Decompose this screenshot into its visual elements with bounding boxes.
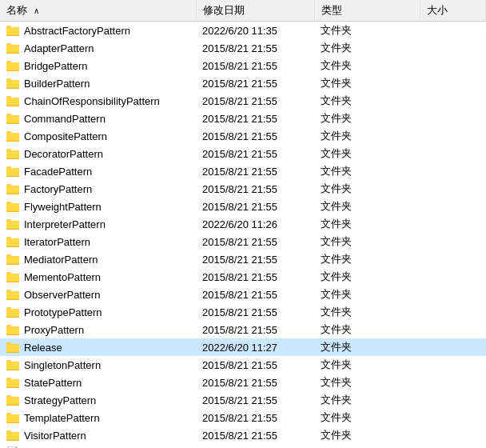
folder-icon: [6, 253, 19, 266]
item-name: ObserverPattern: [24, 289, 100, 301]
item-modified: 2022/6/20 11:26: [196, 215, 314, 233]
svg-rect-69: [6, 257, 19, 263]
item-size: [420, 391, 486, 409]
table-row[interactable]: StrategyPattern2015/8/21 21:55文件夹: [0, 391, 486, 409]
table-row[interactable]: FactoryPattern2015/8/21 21:55文件夹: [0, 180, 486, 198]
file-list: 名称 ∧ 修改日期 类型 大小 AbstractFactoryPattern20…: [0, 0, 486, 448]
col-name[interactable]: 名称 ∧: [0, 0, 196, 22]
folder-icon: [6, 394, 19, 406]
svg-rect-54: [6, 204, 19, 210]
item-type: 文件夹: [314, 92, 420, 110]
item-modified: 2015/8/21 21:55: [196, 57, 314, 74]
table-row[interactable]: VisitorPattern2015/8/21 21:55文件夹: [0, 426, 486, 444]
folder-icon: [6, 182, 19, 195]
item-name: ProxyPattern: [24, 324, 84, 336]
folder-icon: [6, 429, 19, 442]
item-size: [420, 180, 486, 198]
folder-icon: [6, 94, 19, 107]
svg-rect-79: [6, 292, 19, 298]
item-name: AdapterPattern: [24, 42, 94, 54]
table-row[interactable]: MementoPattern2015/8/21 21:55文件夹: [0, 268, 486, 286]
item-size: [420, 162, 486, 180]
item-size: [420, 409, 486, 426]
item-modified: 2015/8/21 21:55: [196, 426, 314, 444]
table-row[interactable]: AdapterPattern2015/8/21 21:55文件夹: [0, 39, 486, 57]
item-type: 文件夹: [314, 303, 420, 321]
folder-icon: [6, 147, 19, 160]
folder-icon: [6, 77, 19, 90]
folder-icon: [6, 42, 19, 54]
item-name: PrototypePattern: [24, 306, 102, 318]
item-modified: 2022/6/20 11:27: [196, 338, 314, 356]
folder-icon: [6, 341, 19, 354]
table-row[interactable]: FlyweightPattern2015/8/21 21:55文件夹: [0, 198, 486, 215]
table-row[interactable]: SLN DesignPattern.sln2015/8/21 21:55Micr…: [0, 444, 486, 448]
table-row[interactable]: TemplatePattern2015/8/21 21:55文件夹: [0, 409, 486, 426]
item-name: CommandPattern: [24, 113, 106, 125]
table-row[interactable]: BuilderPattern2015/8/21 21:55文件夹: [0, 74, 486, 92]
item-size: [420, 303, 486, 321]
table-row[interactable]: AbstractFactoryPattern2022/6/20 11:35文件夹: [0, 22, 486, 40]
svg-rect-94: [6, 345, 19, 351]
svg-rect-24: [6, 98, 19, 105]
item-size: [420, 250, 486, 268]
table-row[interactable]: InterpreterPattern2022/6/20 11:26文件夹: [0, 215, 486, 233]
item-modified: 2015/8/21 21:55: [196, 233, 314, 250]
table-row[interactable]: IteratorPattern2015/8/21 21:55文件夹: [0, 233, 486, 250]
item-size: [420, 57, 486, 74]
folder-icon: [6, 200, 19, 213]
item-name: Release: [24, 342, 62, 354]
item-name: FlyweightPattern: [24, 201, 102, 213]
item-modified: 2015/8/21 21:55: [196, 286, 314, 303]
item-modified: 2015/8/21 21:55: [196, 39, 314, 57]
item-size: [420, 215, 486, 233]
svg-rect-109: [6, 398, 19, 404]
folder-icon: [6, 112, 19, 125]
col-modified[interactable]: 修改日期: [196, 0, 314, 22]
item-size: [420, 39, 486, 57]
svg-rect-4: [6, 28, 19, 34]
item-type: 文件夹: [314, 426, 420, 444]
table-row[interactable]: MediatorPattern2015/8/21 21:55文件夹: [0, 250, 486, 268]
table-row[interactable]: StatePattern2015/8/21 21:55文件夹: [0, 374, 486, 391]
svg-rect-99: [6, 362, 19, 369]
table-row[interactable]: PrototypePattern2015/8/21 21:55文件夹: [0, 303, 486, 321]
svg-rect-59: [6, 222, 19, 228]
item-size: [420, 286, 486, 303]
table-row[interactable]: FacadePattern2015/8/21 21:55文件夹: [0, 162, 486, 180]
table-row[interactable]: ObserverPattern2015/8/21 21:55文件夹: [0, 286, 486, 303]
item-size: [420, 127, 486, 145]
table-row[interactable]: BridgePattern2015/8/21 21:55文件夹: [0, 57, 486, 74]
item-type: 文件夹: [314, 110, 420, 127]
svg-rect-19: [6, 81, 19, 87]
svg-rect-34: [6, 134, 19, 140]
col-type[interactable]: 类型: [314, 0, 420, 22]
item-modified: 2015/8/21 21:55: [196, 92, 314, 110]
table-row[interactable]: ChainOfResponsibilityPattern2015/8/21 21…: [0, 92, 486, 110]
item-name: VisitorPattern: [24, 430, 86, 442]
item-modified: 2015/8/21 21:55: [196, 303, 314, 321]
svg-rect-29: [6, 116, 19, 122]
table-row[interactable]: DecoratorPattern2015/8/21 21:55文件夹: [0, 145, 486, 162]
item-name: AbstractFactoryPattern: [24, 25, 130, 37]
table-row[interactable]: CommandPattern2015/8/21 21:55文件夹: [0, 110, 486, 127]
col-size[interactable]: 大小: [420, 0, 486, 22]
item-name: BuilderPattern: [24, 78, 90, 90]
svg-rect-104: [6, 380, 19, 386]
item-modified: 2015/8/21 21:55: [196, 110, 314, 127]
item-size: [420, 321, 486, 338]
table-row[interactable]: CompositePattern2015/8/21 21:55文件夹: [0, 127, 486, 145]
folder-icon: [6, 288, 19, 301]
item-modified: 2015/8/21 21:55: [196, 268, 314, 286]
item-size: [420, 145, 486, 162]
table-row[interactable]: ProxyPattern2015/8/21 21:55文件夹: [0, 321, 486, 338]
item-type: 文件夹: [314, 286, 420, 303]
column-header-row: 名称 ∧ 修改日期 类型 大小: [0, 0, 486, 22]
table-row[interactable]: Release2022/6/20 11:27文件夹: [0, 338, 486, 356]
folder-icon: [6, 358, 19, 371]
item-name: StatePattern: [24, 377, 82, 389]
table-row[interactable]: SingletonPattern2015/8/21 21:55文件夹: [0, 356, 486, 374]
item-modified: 2015/8/21 21:55: [196, 127, 314, 145]
item-modified: 2015/8/21 21:55: [196, 145, 314, 162]
item-size: [420, 356, 486, 374]
